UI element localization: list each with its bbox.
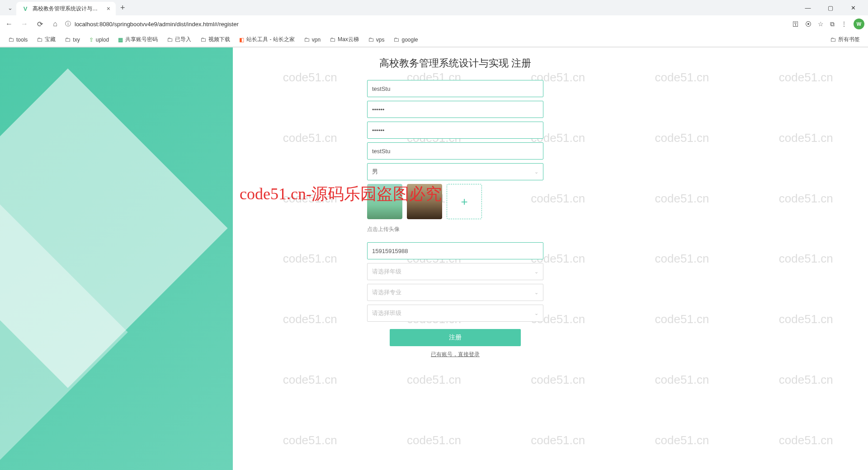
register-button[interactable]: 注册 xyxy=(390,329,521,346)
folder-icon: 🗀 xyxy=(368,36,374,43)
avatar-thumbnail-2[interactable] xyxy=(407,184,442,219)
browser-toolbar: ← → ⟳ ⌂ ⓘ localhost:8080/springbootvv4e9… xyxy=(0,15,868,33)
bookmark-txy[interactable]: 🗀txy xyxy=(61,34,83,45)
bookmark-shared-accounts[interactable]: ▦共享账号密码 xyxy=(114,34,161,45)
plus-icon: + xyxy=(461,195,467,209)
browser-chrome: ⌄ V 高校教务管理系统设计与实现 × + — ▢ ✕ ← → ⟳ ⌂ ⓘ lo… xyxy=(0,0,868,47)
grade-select[interactable]: 请选择年级 ⌄ xyxy=(367,263,543,280)
bookmark-max-cloud[interactable]: 🗀Max云梯 xyxy=(326,34,363,45)
bookmark-video-download[interactable]: 🗀视频下载 xyxy=(197,34,234,45)
avatar-upload-row: + xyxy=(367,184,543,219)
password-icon[interactable]: ⚿ xyxy=(793,20,799,28)
minimize-icon[interactable]: — xyxy=(801,5,815,11)
menu-icon[interactable]: ⋮ xyxy=(841,20,847,28)
class-placeholder: 请选择班级 xyxy=(372,309,401,317)
login-link[interactable]: 已有账号，直接登录 xyxy=(367,351,543,358)
address-bar[interactable]: ⓘ localhost:8080/springbootvv4e9/admin/d… xyxy=(65,20,239,28)
chevron-down-icon: ⌄ xyxy=(534,290,538,296)
window-controls: — ▢ ✕ xyxy=(801,5,864,11)
left-decoration-panel xyxy=(0,47,233,470)
major-placeholder: 请选择专业 xyxy=(372,288,401,296)
username-input[interactable] xyxy=(367,80,543,97)
page-content: code51.cncode51.cncode51.cncode51.cncode… xyxy=(0,47,868,470)
maximize-icon[interactable]: ▢ xyxy=(824,5,837,11)
folder-icon: 🗀 xyxy=(167,36,173,43)
favicon-icon: V xyxy=(22,5,29,12)
reload-button[interactable]: ⟳ xyxy=(34,20,45,28)
folder-icon: 🗀 xyxy=(830,36,836,43)
profile-avatar[interactable]: W xyxy=(854,19,864,29)
grade-placeholder: 请选择年级 xyxy=(372,268,401,276)
tab-title: 高校教务管理系统设计与实现 xyxy=(33,5,103,13)
folder-icon: 🗀 xyxy=(65,36,71,43)
new-tab-button[interactable]: + xyxy=(116,3,130,13)
browser-tab[interactable]: V 高校教务管理系统设计与实现 × xyxy=(16,2,116,15)
register-form: 高校教务管理系统设计与实现 注册 男 ⌄ + 点击上传头像 请选择年级 ⌄ 请选… xyxy=(367,56,543,358)
all-bookmarks-button[interactable]: 🗀所有书签 xyxy=(826,34,863,45)
back-button[interactable]: ← xyxy=(4,20,14,28)
bookmark-uplod[interactable]: ⇪uplod xyxy=(85,35,113,45)
bookmark-webmaster-tools[interactable]: ◧站长工具 - 站长之家 xyxy=(236,34,298,45)
bookmark-vpn[interactable]: 🗀vpn xyxy=(300,34,324,45)
upload-hint-label: 点击上传头像 xyxy=(367,226,543,233)
folder-icon: 🗀 xyxy=(393,36,399,43)
password-input[interactable] xyxy=(367,101,543,118)
major-select[interactable]: 请选择专业 ⌄ xyxy=(367,284,543,301)
page-title: 高校教务管理系统设计与实现 注册 xyxy=(367,56,543,70)
folder-icon: 🗀 xyxy=(200,36,206,43)
close-window-icon[interactable]: ✕ xyxy=(846,5,860,11)
phone-input[interactable] xyxy=(367,242,543,259)
folder-icon: 🗀 xyxy=(330,36,335,43)
translate-icon[interactable]: ⦿ xyxy=(805,20,811,28)
site-info-icon[interactable]: ⓘ xyxy=(65,20,71,28)
doc-icon: ▦ xyxy=(118,37,123,43)
bookmark-star-icon[interactable]: ☆ xyxy=(818,20,824,28)
folder-icon: 🗀 xyxy=(304,36,310,43)
chevron-down-icon: ⌄ xyxy=(534,310,538,316)
chevron-down-icon: ⌄ xyxy=(534,269,538,275)
forward-button[interactable]: → xyxy=(19,20,30,28)
bookmark-treasure[interactable]: 🗀宝藏 xyxy=(33,34,59,45)
gender-select[interactable]: 男 ⌄ xyxy=(367,163,543,180)
class-select[interactable]: 请选择班级 ⌄ xyxy=(367,305,543,322)
realname-input[interactable] xyxy=(367,142,543,160)
tab-strip: ⌄ V 高校教务管理系统设计与实现 × + — ▢ ✕ xyxy=(0,0,868,15)
extensions-icon[interactable]: ⧉ xyxy=(830,20,835,28)
folder-icon: 🗀 xyxy=(8,36,14,43)
tab-search-dropdown[interactable]: ⌄ xyxy=(4,5,16,11)
upload-icon: ⇪ xyxy=(89,37,94,43)
chevron-down-icon: ⌄ xyxy=(534,169,538,175)
gender-value: 男 xyxy=(372,168,378,176)
bookmark-tools[interactable]: 🗀tools xyxy=(5,34,31,45)
bookmarks-bar: 🗀tools 🗀宝藏 🗀txy ⇪uplod ▦共享账号密码 🗀已导入 🗀视频下… xyxy=(0,33,868,47)
tool-icon: ◧ xyxy=(239,37,244,43)
url-text: localhost:8080/springbootvv4e9/admin/dis… xyxy=(75,21,239,28)
close-tab-icon[interactable]: × xyxy=(107,5,110,12)
avatar-thumbnail-1[interactable] xyxy=(367,184,402,219)
upload-avatar-button[interactable]: + xyxy=(447,184,482,219)
bookmark-google[interactable]: 🗀google xyxy=(390,34,421,45)
confirm-password-input[interactable] xyxy=(367,122,543,139)
bookmark-vps[interactable]: 🗀vps xyxy=(364,34,388,45)
bookmark-imported[interactable]: 🗀已导入 xyxy=(163,34,195,45)
home-button[interactable]: ⌂ xyxy=(50,20,61,28)
folder-icon: 🗀 xyxy=(37,36,42,43)
